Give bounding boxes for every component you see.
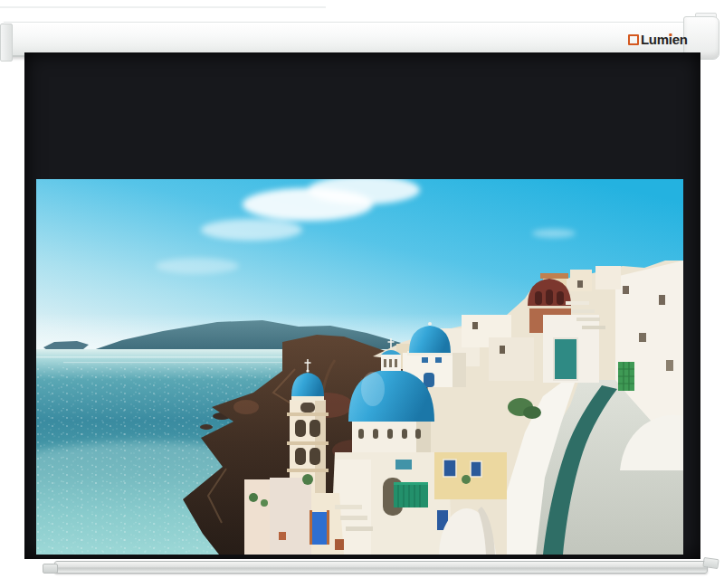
brand-text-post: en [672,32,688,48]
ceiling-line [0,6,326,8]
product-photo-stage: Lumien [0,0,724,588]
brand-text-pre: Lum [641,32,669,48]
left-mount-bracket [0,24,13,62]
brand-square-icon [628,34,639,45]
brand-logo: Lumien [628,32,688,48]
brand-text-i: i [669,32,672,48]
blue-gate [312,512,327,545]
projected-image [36,179,683,555]
teal-door [554,338,577,380]
santorini-scene [36,179,683,555]
bar-left-nub [43,564,58,574]
brand-logo-text: Lumien [641,32,688,48]
bottom-weight-bar [54,561,708,574]
bar-right-nub [702,557,719,569]
